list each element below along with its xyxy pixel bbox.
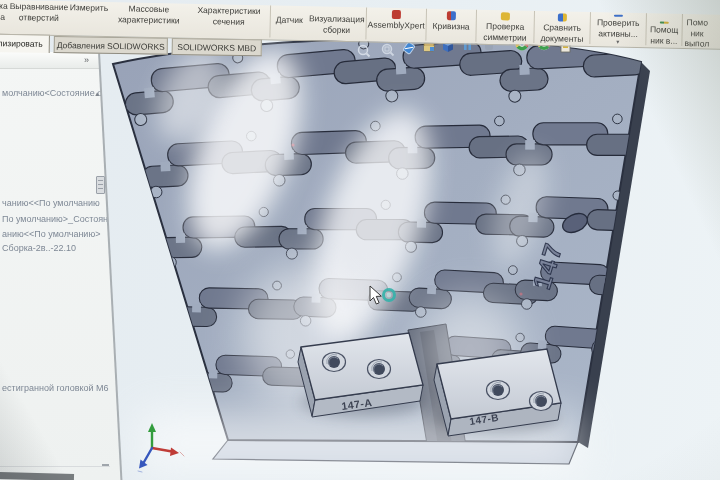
ribbon-button-assemblyxpert[interactable]: AssemblyXpert — [365, 7, 426, 40]
ribbon-button-check-active[interactable]: Проверить активны... ▾ — [589, 12, 646, 45]
tree-item[interactable]: анию<<По умолчанию> — [2, 229, 100, 239]
button-label: отверстий — [19, 12, 59, 23]
tab-evaluate[interactable]: ализировать — [0, 33, 50, 53]
ribbon-button-curvature[interactable]: Кривизна — [425, 9, 476, 42]
button-label: сборки — [323, 24, 350, 35]
helper-icon — [660, 22, 669, 24]
ribbon-button-section-properties[interactable]: Характеристики сечения — [187, 4, 270, 38]
button-label: симметрии — [483, 31, 526, 42]
button-label: ник — [690, 28, 703, 39]
tree-item[interactable]: чанию<<По умолчанию — [2, 198, 100, 208]
scrollbar-tick[interactable] — [102, 464, 109, 466]
button-label: Характеристики — [197, 5, 260, 17]
ribbon-button-sensor[interactable]: Датчик — [269, 5, 308, 38]
button-label: рка — [0, 1, 8, 12]
button-label: Помо — [686, 17, 708, 28]
ribbon-button-helper-2[interactable]: Помо ник выпол — [681, 14, 712, 47]
counterbore-hole — [368, 360, 391, 379]
button-label: Сравнить — [543, 22, 581, 33]
button-label: активны... — [598, 28, 638, 39]
button-label: ник в... — [650, 35, 677, 46]
curvature-icon — [447, 11, 456, 20]
ribbon-button-measure[interactable]: Измерить — [67, 1, 110, 34]
assemblyxpert-icon — [392, 10, 401, 19]
button-label: Проверка — [486, 21, 524, 32]
ribbon-button-helper-1[interactable]: Помощ ник в... — [645, 13, 682, 46]
counterbore-hole — [323, 353, 346, 372]
sketch-point — [519, 292, 522, 295]
ribbon-button-symmetry-check[interactable]: Проверка симметрии — [475, 10, 534, 43]
sketch-point — [291, 143, 294, 146]
button-label: сечения — [213, 16, 245, 27]
counterbore-hole — [487, 381, 510, 400]
ribbon-button-compare-documents[interactable]: Сравнить документы — [533, 11, 590, 44]
symmetry-check-icon — [501, 12, 510, 20]
tree-item[interactable]: По умолчанию>_Состоян — [2, 214, 108, 224]
button-label: за — [0, 11, 5, 22]
button-label: Кривизна — [433, 21, 470, 32]
panel-header: » — [0, 52, 100, 69]
tree-item[interactable]: Сборка-2в..-22.10 — [2, 243, 76, 253]
button-label: Измерить — [70, 2, 109, 13]
tab-solidworks-mbd[interactable]: SOLIDWORKS MBD — [172, 38, 262, 56]
panel-divider — [0, 466, 110, 467]
view-orientation-icon[interactable] — [424, 43, 434, 51]
button-label: документы — [540, 33, 583, 44]
ribbon-button-mass-properties[interactable]: Массовые характеристики — [109, 2, 188, 36]
command-manager-ribbon: рка за Выравнивание отверстий Измерить М… — [0, 0, 720, 34]
dropdown-arrow-icon[interactable]: ▾ — [616, 40, 619, 45]
solidworks-window: 147 147-A — [0, 0, 720, 480]
button-label: Визуализация — [309, 13, 365, 25]
button-label: Помощ — [650, 24, 679, 35]
plate-bottom-face — [213, 440, 578, 464]
ribbon-button-hole-alignment[interactable]: Выравнивание отверстий — [9, 0, 68, 33]
expand-chevron-icon[interactable]: » — [84, 55, 89, 65]
ribbon-button-assembly-visualization[interactable]: Визуализация сборки — [307, 6, 366, 39]
tree-item[interactable]: естигранной головкой М6 — [2, 383, 109, 393]
button-label: выпол — [684, 38, 709, 49]
button-label: характеристики — [118, 14, 180, 26]
tree-item[interactable]: молчанию<Состояние от — [2, 88, 106, 98]
check-active-icon — [614, 15, 623, 17]
compare-documents-icon — [558, 13, 567, 21]
button-label: Датчик — [276, 15, 303, 26]
counterbore-hole — [530, 392, 553, 411]
button-label: AssemblyXpert — [367, 19, 424, 31]
reference-triad — [138, 423, 184, 472]
tab-solidworks-addins[interactable]: Добавления SOLIDWORKS — [54, 36, 168, 55]
